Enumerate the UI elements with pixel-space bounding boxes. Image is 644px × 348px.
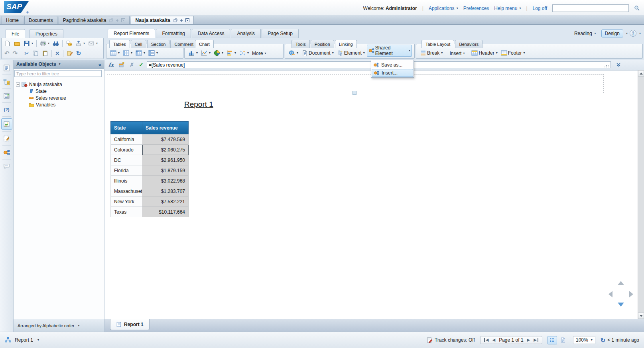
filter-tree-input[interactable] — [14, 70, 102, 77]
help-menu[interactable]: Help menu▾ — [494, 6, 521, 11]
chevron-down-icon[interactable]: ▾ — [209, 51, 211, 55]
chevron-down-icon[interactable]: ▾ — [639, 32, 641, 35]
tab-file[interactable]: File — [6, 29, 25, 38]
header-button[interactable]: Header▾ — [470, 49, 498, 57]
state-cell[interactable]: Illinois — [111, 176, 142, 186]
subtab-position[interactable]: Position — [311, 40, 334, 48]
link-element-button[interactable]: Element▾ — [336, 49, 366, 57]
chevron-down-icon[interactable]: ▾ — [332, 51, 334, 55]
print-button[interactable]: ▾ — [39, 40, 51, 47]
scroll-left-arrow[interactable] — [609, 291, 612, 297]
vertical-scrollbar[interactable] — [638, 70, 644, 319]
subtab-table-layout[interactable]: Table Layout — [421, 40, 454, 48]
crosstab-button[interactable]: ▾ — [134, 49, 146, 57]
data-table[interactable]: State Sales revenue California$7.479.569… — [110, 121, 189, 217]
table-row[interactable]: Florida$1.879.159 — [111, 165, 189, 176]
tab-report-elements[interactable]: Report Elements — [108, 29, 155, 38]
revenue-cell[interactable]: $7.479.569 — [142, 134, 189, 145]
state-cell[interactable]: New York — [111, 197, 142, 207]
pie-chart-button[interactable]: ▾ — [213, 49, 225, 57]
subtab-linking[interactable]: Linking — [335, 40, 357, 48]
insert-button[interactable]: Insert▾ — [448, 50, 466, 57]
pin-tab-icon[interactable] — [179, 18, 183, 22]
applications-menu[interactable]: Applications▾ — [429, 6, 458, 11]
report-selector[interactable]: Report 1 — [15, 337, 33, 343]
zoom-select[interactable]: 100% ▾ — [573, 336, 595, 344]
subtab-tools[interactable]: Tools — [291, 40, 310, 48]
chevron-down-icon[interactable]: ▾ — [156, 51, 158, 55]
chevron-down-icon[interactable]: ▾ — [297, 51, 298, 55]
revenue-cell[interactable]: $7.582.221 — [142, 197, 189, 207]
undo-button[interactable]: ↶ — [3, 50, 11, 57]
chevron-down-icon[interactable]: ▾ — [144, 51, 145, 55]
bar-chart-button[interactable]: ▾ — [225, 49, 237, 57]
delete-button[interactable]: ✕ — [54, 50, 61, 57]
chevron-down-icon[interactable]: ▾ — [196, 51, 198, 55]
table-row[interactable]: Illinois$3.022.968 — [111, 176, 189, 186]
track-changes-toggle[interactable]: Track changes: Off — [427, 337, 475, 343]
vertical-table-button[interactable]: ▾ — [109, 49, 121, 57]
search-input[interactable] — [552, 4, 629, 12]
send-email-button[interactable]: ▾ — [87, 40, 99, 47]
chevron-down-icon[interactable]: ▾ — [96, 42, 98, 45]
tab-formatting[interactable]: Formatting — [156, 29, 191, 38]
navigation-map-button[interactable] — [2, 77, 12, 87]
export-button[interactable]: ▾ — [74, 40, 86, 47]
scroll-down-arrow[interactable] — [618, 303, 624, 307]
report-title[interactable]: Report 1 — [184, 100, 213, 109]
chevron-down-icon[interactable]: ▾ — [523, 51, 525, 55]
break-button[interactable]: Break▾ — [419, 49, 444, 57]
input-controls-button[interactable] — [2, 90, 12, 101]
comments-button[interactable] — [2, 161, 12, 171]
create-variable-icon[interactable] — [118, 61, 125, 68]
chevron-down-icon[interactable]: ▾ — [59, 63, 61, 66]
chevron-down-icon[interactable]: ▾ — [463, 52, 465, 55]
page-mode-button[interactable] — [558, 336, 568, 344]
state-cell[interactable]: Texas — [111, 207, 142, 217]
chevron-down-icon[interactable]: ▾ — [363, 51, 365, 55]
shared-elements-button[interactable] — [2, 147, 12, 157]
horizontal-table-button[interactable]: ▾ — [122, 49, 134, 57]
search-icon[interactable] — [634, 5, 640, 11]
subtab-chart[interactable]: Chart — [195, 40, 214, 48]
revenue-cell-selected[interactable]: $2.060.275 — [142, 145, 189, 155]
save-button[interactable]: ▾ — [22, 40, 34, 47]
collapse-panel-icon[interactable]: « — [98, 62, 101, 67]
last-page-button[interactable]: ▶ — [534, 338, 538, 342]
subtab-cell[interactable]: Cell — [131, 40, 146, 48]
float-tab-icon[interactable] — [109, 18, 113, 22]
chevron-down-icon[interactable]: ▾ — [48, 42, 49, 45]
paste-button[interactable] — [41, 50, 49, 57]
subtab-behaviors[interactable]: Behaviors — [455, 40, 483, 48]
hyperlink-button[interactable]: ▾ — [288, 49, 299, 57]
point-chart-button[interactable]: ▾ — [238, 49, 250, 57]
tab-pagrindine-ataskaita[interactable]: Pagrindinė ataskaita — [59, 16, 130, 24]
formula-bar-resize-grip[interactable] — [606, 65, 607, 66]
tree-item-state[interactable]: State — [29, 88, 102, 94]
tab-page-setup[interactable]: Page Setup — [262, 29, 299, 38]
scroll-up-arrow[interactable] — [618, 281, 624, 285]
quick-display-mode-button[interactable] — [547, 336, 557, 344]
expand-formula-bar-button[interactable] — [614, 61, 623, 69]
preferences-link[interactable]: Preferences — [463, 6, 489, 11]
chevron-down-icon[interactable]: ▾ — [37, 338, 39, 342]
table-row[interactable]: Massachusetts$1.283.707 — [111, 186, 189, 197]
cancel-formula-button[interactable]: ✗ — [130, 62, 134, 67]
tab-properties[interactable]: Properties — [30, 29, 63, 38]
table-row[interactable]: California$7.479.569 — [111, 134, 189, 145]
reading-button[interactable]: Reading▾ — [571, 30, 599, 37]
footer-button[interactable]: Footer▾ — [500, 49, 526, 57]
chevron-down-icon[interactable]: ▾ — [409, 49, 410, 52]
table-row[interactable]: Texas$10.117.664 — [111, 207, 189, 217]
tab-documents[interactable]: Documents — [24, 16, 57, 24]
shared-element-button[interactable]: Shared Element▾ — [367, 45, 412, 57]
previous-page-button[interactable]: ◀ — [492, 338, 495, 342]
chevron-down-icon[interactable]: ▾ — [83, 42, 85, 45]
help-button[interactable]: ? — [630, 30, 636, 37]
chevron-down-icon[interactable]: ▾ — [234, 51, 236, 55]
formula-editor-button[interactable]: fx — [108, 62, 114, 67]
tree-item-sales-revenue[interactable]: Sales revenue — [29, 94, 102, 101]
redo-button[interactable]: ↷ — [12, 50, 19, 57]
user-prompt-button[interactable]: (?) — [2, 104, 12, 115]
document-summary-button[interactable] — [2, 63, 12, 73]
